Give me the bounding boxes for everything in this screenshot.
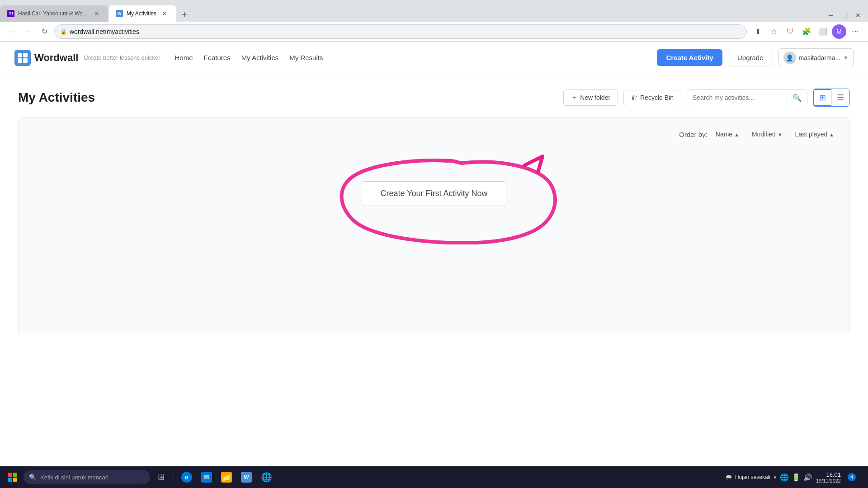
create-first-activity-button[interactable]: Create Your First Activity Now (362, 181, 506, 206)
battery-icon[interactable]: 🔋 (792, 473, 801, 482)
split-view-icon[interactable]: ⬜ (816, 24, 830, 39)
user-avatar: 👤 (783, 52, 796, 64)
search-input[interactable] (687, 90, 787, 105)
url-text: wordwall.net/myactivities (70, 28, 139, 35)
reload-button[interactable]: ↻ (38, 25, 51, 38)
logo-tagline: Create better lessons quicker (84, 54, 160, 61)
clock-time: 16.01 (816, 471, 841, 478)
bookmark-icon[interactable]: ☆ (767, 24, 781, 39)
weather-text: Hujan sesekali (735, 474, 770, 480)
user-menu[interactable]: 👤 masitadarma... ▼ (778, 48, 854, 67)
clock-date: 19/11/2022 (816, 478, 841, 483)
nav-home[interactable]: Home (175, 54, 193, 61)
order-name-label: Name (716, 131, 734, 138)
grid-view-button[interactable]: ⊞ (813, 89, 831, 106)
tab-bar: Y! Hasil Cari Yahoo untuk Wordwall ✕ W M… (0, 0, 868, 22)
address-bar-row: ← → ↻ 🔒 wordwall.net/myactivities ⬆ ☆ 🛡 … (0, 22, 868, 42)
taskbar-search-icon: 🔍 (29, 474, 37, 481)
page-content: Wordwall Create better lessons quicker H… (0, 42, 868, 466)
add-tab-button[interactable]: + (176, 8, 193, 22)
order-lastplayed-button[interactable]: Last played ▲ (791, 129, 839, 140)
list-view-button[interactable]: ☰ (831, 89, 849, 106)
notification-button[interactable]: 4 (844, 470, 859, 484)
windows-logo (8, 473, 17, 482)
menu-icon[interactable]: ⋯ (848, 24, 863, 39)
upgrade-button[interactable]: Upgrade (728, 49, 773, 66)
clock[interactable]: 16.01 19/11/2022 (816, 471, 841, 483)
toolbar-icons: ⬆ ☆ 🛡 🧩 ⬜ M ⋯ (750, 24, 863, 39)
main-content: My Activities ＋ New folder 🗑 Recycle Bin… (0, 74, 868, 349)
page-title: My Activities (18, 90, 95, 105)
order-name-button[interactable]: Name ▲ (711, 129, 744, 140)
wordwall-taskbar-icon: W (241, 472, 252, 483)
search-button[interactable]: 🔍 (787, 90, 807, 106)
user-menu-chevron: ▼ (843, 55, 849, 61)
tab-yahoo-title: Hasil Cari Yahoo untuk Wordwall (18, 10, 89, 17)
profile-button[interactable]: M (832, 24, 846, 39)
search-box: 🔍 (687, 89, 807, 106)
network-icon[interactable]: 🌐 (780, 473, 789, 482)
order-row: Order by: Name ▲ Modified ▼ Last played … (29, 129, 839, 140)
tab-yahoo[interactable]: Y! Hasil Cari Yahoo untuk Wordwall ✕ (0, 5, 108, 22)
nav-myactivities[interactable]: My Activities (241, 54, 279, 61)
taskbar-edge-icon[interactable]: e (178, 468, 196, 486)
taskbar-chrome-icon[interactable]: 🌐 (257, 468, 275, 486)
forward-button: → (22, 25, 34, 38)
user-name: masitadarma... (799, 54, 841, 61)
files-icon: 📁 (221, 472, 232, 483)
wordwall-favicon: W (116, 10, 123, 17)
tray-icons: 🌧 Hujan sesekali ∧ 🌐 🔋 🔊 (725, 473, 812, 482)
trash-icon: 🗑 (631, 94, 637, 101)
close-window-icon[interactable]: ✕ (852, 9, 864, 22)
browser-chrome: Y! Hasil Cari Yahoo untuk Wordwall ✕ W M… (0, 0, 868, 42)
recycle-bin-label: Recycle Bin (640, 94, 674, 101)
start-button[interactable] (4, 468, 22, 486)
nav-features[interactable]: Features (204, 54, 231, 61)
order-modified-arrow: ▼ (778, 132, 783, 137)
order-name-arrow: ▲ (734, 132, 739, 137)
taskbar: 🔍 Ketik di sini untuk mencari ⊞ e ✉ 📁 W … (0, 466, 868, 488)
order-modified-button[interactable]: Modified ▼ (747, 129, 787, 140)
tab-myactivities-close[interactable]: ✕ (160, 9, 169, 18)
share-icon[interactable]: ⬆ (750, 24, 765, 39)
tab-yahoo-close[interactable]: ✕ (92, 9, 101, 18)
tab-myactivities[interactable]: W My Activities ✕ (108, 5, 176, 22)
logo-area[interactable]: Wordwall Create better lessons quicker (14, 50, 160, 66)
address-bar[interactable]: 🔒 wordwall.net/myactivities (54, 24, 747, 39)
recycle-bin-button[interactable]: 🗑 Recycle Bin (623, 90, 681, 105)
volume-icon[interactable]: 🔊 (803, 473, 812, 482)
new-folder-button[interactable]: ＋ New folder (563, 89, 618, 106)
view-toggle: ⊞ ☰ (813, 89, 850, 107)
order-by-label: Order by: (679, 131, 708, 138)
create-activity-button[interactable]: Create Activity (657, 49, 722, 66)
taskbar-search[interactable]: 🔍 Ketik di sini untuk mencari (24, 470, 150, 484)
taskbar-wordwall-icon[interactable]: W (237, 468, 255, 486)
yahoo-favicon: Y! (7, 10, 14, 17)
lock-icon: 🔒 (60, 28, 67, 35)
task-view-icon: ⊞ (156, 472, 166, 483)
taskbar-files-icon[interactable]: 📁 (217, 468, 236, 486)
minimize-icon[interactable]: ─ (825, 9, 837, 22)
show-hidden-tray-icon[interactable]: ∧ (773, 474, 777, 480)
restore-icon[interactable]: ⬜ (838, 9, 851, 22)
logo-text: Wordwall (34, 52, 78, 64)
taskbar-mail-icon[interactable]: ✉ (198, 468, 216, 486)
back-button: ← (5, 25, 18, 38)
order-lastplayed-label: Last played (795, 131, 830, 138)
system-tray: 🌧 Hujan sesekali ∧ 🌐 🔋 🔊 16.01 19/11/202… (720, 470, 864, 484)
edge-icon: e (181, 472, 192, 483)
plus-icon: ＋ (571, 94, 577, 102)
mail-icon: ✉ (201, 472, 212, 483)
weather-icon[interactable]: 🌧 (725, 473, 732, 481)
nav-links: Home Features My Activities My Results (175, 54, 657, 61)
taskbar-task-view[interactable]: ⊞ (152, 468, 170, 486)
new-folder-label: New folder (580, 94, 610, 101)
notification-badge: 4 (848, 473, 856, 481)
wordwall-logo-icon (14, 50, 31, 66)
header-actions: ＋ New folder 🗑 Recycle Bin 🔍 ⊞ ☰ (563, 89, 850, 107)
chrome-icon: 🌐 (261, 472, 272, 483)
taskbar-divider-1 (174, 472, 174, 483)
extensions-icon[interactable]: 🧩 (799, 24, 814, 39)
shield-icon[interactable]: 🛡 (783, 24, 797, 39)
nav-myresults[interactable]: My Results (289, 54, 323, 61)
